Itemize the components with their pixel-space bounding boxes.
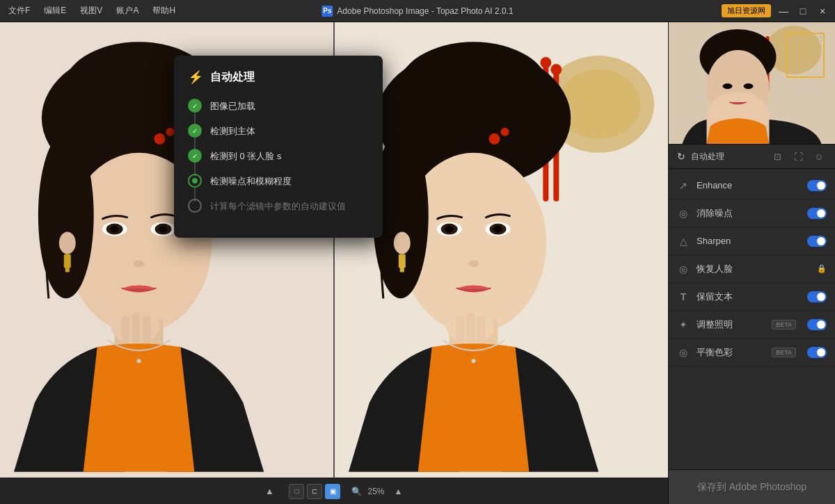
- step-dot-2: ✓: [188, 149, 202, 163]
- step-dot-3: [188, 174, 202, 188]
- title-bar-center: Ps Adobe Photoshop Image - Topaz Photo A…: [321, 6, 513, 17]
- menu-file[interactable]: 文件F: [6, 3, 33, 18]
- filter-text-preserve[interactable]: T 保留文本: [669, 283, 835, 311]
- menu-view[interactable]: 视图V: [77, 3, 105, 18]
- expand-icon[interactable]: ⛶: [790, 149, 806, 164]
- enhance-toggle[interactable]: [807, 180, 827, 191]
- filter-lighting[interactable]: ✦ 调整照明 BETA: [669, 311, 835, 339]
- color-balance-beta-badge: BETA: [772, 348, 796, 357]
- auto-process-row: ↻ 自动处理 ⊡ ⛶ ☺: [669, 144, 835, 169]
- text-preserve-toggle[interactable]: [807, 291, 827, 302]
- close-button[interactable]: ×: [816, 4, 829, 18]
- preview-photo: [669, 22, 835, 144]
- svg-point-49: [494, 226, 502, 233]
- menu-bar: 文件F 编辑E 视图V 账户A 帮助H: [6, 3, 178, 18]
- svg-rect-24: [132, 312, 141, 343]
- panel-more-button[interactable]: ⋮: [813, 28, 829, 44]
- filter-enhance[interactable]: ↗ Enhance: [669, 172, 835, 200]
- zoom-value: 25%: [367, 487, 384, 496]
- svg-point-57: [501, 128, 509, 136]
- popup-title: ⚡ 自动处理: [188, 70, 369, 85]
- title-bar: 文件F 编辑E 视图V 账户A 帮助H Ps Adobe Photoshop I…: [0, 0, 835, 22]
- step-label-1: 检测到主体: [210, 124, 255, 138]
- color-balance-toggle[interactable]: [807, 347, 827, 358]
- menu-account[interactable]: 账户A: [113, 3, 141, 18]
- lighting-icon: ✦: [677, 318, 690, 331]
- bolt-icon: ⚡: [188, 70, 203, 85]
- svg-point-17: [111, 226, 119, 233]
- svg-rect-14: [65, 266, 70, 272]
- title-bar-right: 旭日资源网 — □ ×: [722, 4, 829, 18]
- step-dot-1: ✓: [188, 124, 202, 138]
- svg-rect-53: [467, 312, 475, 343]
- view-single-btn[interactable]: □: [289, 484, 304, 499]
- step-label-3: 检测噪点和模糊程度: [210, 174, 292, 188]
- svg-rect-13: [64, 254, 71, 268]
- svg-point-21: [134, 260, 145, 267]
- minimize-button[interactable]: —: [777, 4, 790, 18]
- svg-rect-25: [143, 316, 151, 343]
- filter-color-balance-label: 平衡色彩: [697, 346, 765, 359]
- popup-step-3: 检测噪点和模糊程度: [188, 174, 369, 188]
- svg-point-37: [397, 42, 550, 139]
- filter-denoise-label: 消除噪点: [697, 207, 800, 220]
- enhance-icon: ↗: [677, 179, 690, 192]
- svg-rect-23: [122, 316, 130, 343]
- maximize-button[interactable]: □: [796, 4, 810, 18]
- auto-process-popup: ⚡ 自动处理 ✓ 图像已加载 ✓ 检测到主体 ✓ 检测到 0 张人脸 s: [174, 56, 383, 238]
- svg-point-50: [468, 260, 479, 267]
- sharpen-toggle[interactable]: [807, 236, 827, 247]
- crop-icon[interactable]: ⊡: [770, 149, 785, 164]
- denoise-icon: ◎: [677, 207, 690, 220]
- auto-process-label: 自动处理: [691, 151, 724, 163]
- photo-processed: [335, 22, 668, 478]
- svg-rect-52: [456, 316, 465, 343]
- view-split-btn[interactable]: ▣: [325, 484, 340, 499]
- text-preserve-icon: T: [677, 291, 690, 303]
- svg-point-41: [394, 232, 411, 254]
- zoom-up-button[interactable]: ▲: [390, 483, 407, 500]
- save-button[interactable]: 保存到 Adobe Photoshop: [669, 469, 835, 504]
- bottom-up-button[interactable]: ▲: [261, 483, 278, 500]
- svg-point-64: [723, 83, 733, 89]
- step-label-0: 图像已加载: [210, 99, 255, 113]
- view-mode-buttons: □ ⊏ ▣: [289, 484, 340, 499]
- svg-point-11: [38, 132, 94, 298]
- filter-denoise[interactable]: ◎ 消除噪点: [669, 200, 835, 227]
- face-restore-icon: ◎: [677, 263, 690, 275]
- sharpen-icon: △: [677, 235, 690, 247]
- filter-enhance-label: Enhance: [697, 180, 800, 190]
- app-title: Adobe Photoshop Image - Topaz Photo AI 2…: [337, 6, 513, 16]
- svg-point-65: [744, 83, 754, 89]
- step-label-4: 计算每个滤镜中参数的自动建议值: [210, 199, 346, 213]
- lock-icon: 🔒: [817, 264, 827, 273]
- color-balance-icon: ◎: [677, 346, 690, 359]
- auto-process-left: ↻ 自动处理: [677, 151, 724, 163]
- svg-point-27: [154, 133, 166, 145]
- filter-face-restore[interactable]: ◎ 恢复人脸 🔒: [669, 255, 835, 283]
- view-compare-btn[interactable]: ⊏: [307, 484, 322, 499]
- denoise-toggle[interactable]: [807, 208, 827, 219]
- menu-edit[interactable]: 编辑E: [41, 3, 69, 18]
- popup-step-0: ✓ 图像已加载: [188, 99, 369, 113]
- step-dot-0: ✓: [188, 99, 202, 113]
- bottom-bar: ▲ □ ⊏ ▣ 🔍 25% ▲: [0, 478, 668, 504]
- svg-point-55: [472, 359, 476, 363]
- refresh-icon: ↻: [677, 151, 685, 162]
- auto-process-right: ⊡ ⛶ ☺: [770, 149, 827, 164]
- filter-color-balance[interactable]: ◎ 平衡色彩 BETA: [669, 339, 835, 366]
- filter-sharpen[interactable]: △ Sharpen: [669, 227, 835, 255]
- menu-help[interactable]: 帮助H: [150, 3, 178, 18]
- image-viewport: ⚡ 自动处理 ✓ 图像已加载 ✓ 检测到主体 ✓ 检测到 0 张人脸 s: [0, 22, 668, 478]
- lighting-toggle[interactable]: [807, 319, 827, 330]
- popup-step-1: ✓ 检测到主体: [188, 124, 369, 138]
- image-area: ⚡ 自动处理 ✓ 图像已加载 ✓ 检测到主体 ✓ 检测到 0 张人脸 s: [0, 22, 668, 504]
- svg-point-20: [159, 226, 168, 233]
- main-layout: ⚡ 自动处理 ✓ 图像已加载 ✓ 检测到主体 ✓ 检测到 0 张人脸 s: [0, 22, 835, 504]
- app-logo: Ps: [321, 6, 333, 17]
- smile-icon[interactable]: ☺: [811, 149, 827, 164]
- title-bar-left: 文件F 编辑E 视图V 账户A 帮助H: [6, 3, 178, 18]
- source-button[interactable]: 旭日资源网: [722, 4, 771, 17]
- svg-point-12: [59, 232, 76, 254]
- popup-step-4: 计算每个滤镜中参数的自动建议值: [188, 199, 369, 213]
